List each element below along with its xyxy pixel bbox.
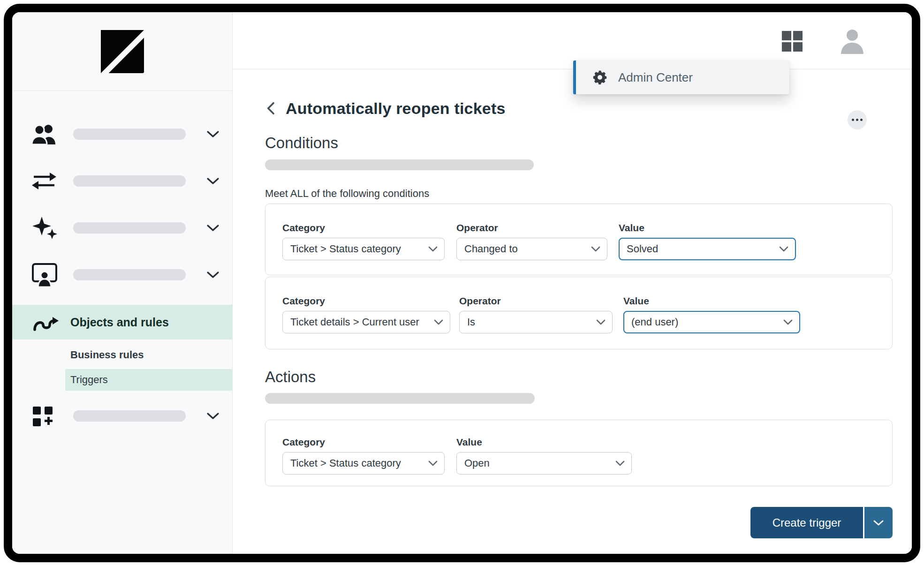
product-tray-grid-icon — [780, 30, 804, 53]
category-label: Category — [282, 222, 445, 234]
select-value: (end user) — [631, 316, 678, 328]
nav-label-placeholder — [73, 175, 186, 187]
chevron-down-icon — [428, 460, 438, 466]
operator-label: Operator — [456, 222, 607, 234]
top-bar — [233, 12, 912, 69]
actions-description-placeholder — [265, 393, 535, 404]
select-value: Ticket > Status category — [290, 243, 401, 255]
action-card: Category Ticket > Status category Value … — [265, 420, 893, 486]
chevron-down-icon — [596, 319, 606, 325]
sparkle-icon — [31, 216, 61, 240]
category-label: Category — [282, 436, 445, 448]
conditions-heading: Conditions — [265, 133, 893, 153]
nav-label-placeholder — [73, 410, 186, 422]
app-window: Objects and rules Business rules Trigger… — [4, 4, 920, 562]
chevron-down-icon — [428, 246, 438, 252]
value-label: Value — [619, 222, 796, 234]
flow-arrow-icon — [31, 309, 61, 335]
select-value: Changed to — [464, 243, 518, 255]
chevron-down-icon — [779, 246, 788, 252]
category-select[interactable]: Ticket > Status category — [282, 238, 445, 260]
operator-label: Operator — [459, 295, 613, 307]
create-trigger-split-button: Create trigger — [750, 507, 893, 538]
admin-center-menu-item[interactable]: Admin Center — [573, 60, 789, 94]
chevron-down-icon — [615, 460, 625, 466]
chevron-down-icon — [206, 271, 220, 279]
monitor-user-icon — [31, 263, 61, 287]
create-trigger-dropdown-button[interactable] — [864, 507, 893, 538]
footer-actions: Create trigger — [265, 507, 893, 538]
chevron-down-icon — [206, 412, 220, 420]
meet-all-label: Meet ALL of the following conditions — [265, 188, 893, 200]
page-title: Automatically reopen tickets — [286, 99, 506, 118]
nav-group-channels[interactable] — [12, 164, 232, 198]
page-content: Automatically reopen tickets Conditions … — [233, 97, 912, 538]
value-label: Value — [623, 295, 800, 307]
category-select[interactable]: Ticket details > Current user — [282, 311, 450, 333]
nav-label-placeholder — [73, 128, 186, 140]
operator-select[interactable]: Is — [459, 311, 613, 333]
select-value: Open — [464, 457, 490, 469]
select-value: Ticket details > Current user — [290, 316, 419, 328]
user-avatar[interactable] — [840, 28, 865, 54]
category-select[interactable]: Ticket > Status category — [282, 452, 445, 475]
apps-add-icon — [31, 404, 61, 428]
sidebar-nav: Objects and rules Business rules Trigger… — [12, 91, 232, 433]
nav-group-ai[interactable] — [12, 211, 232, 245]
value-select[interactable]: (end user) — [623, 311, 800, 333]
chevron-down-icon — [206, 224, 220, 232]
swap-arrows-icon — [31, 171, 61, 191]
sidebar-item-triggers[interactable]: Triggers — [65, 369, 232, 391]
select-value: Ticket > Status category — [290, 457, 401, 469]
sidebar-item-label: Objects and rules — [70, 316, 169, 329]
nav-group-workspaces[interactable] — [12, 258, 232, 292]
chevron-down-icon — [434, 319, 443, 325]
select-value: Solved — [627, 243, 658, 255]
value-select[interactable]: Solved — [619, 238, 796, 260]
admin-center-label: Admin Center — [618, 70, 693, 85]
product-tray-button[interactable] — [780, 30, 804, 53]
nav-label-placeholder — [73, 222, 186, 234]
actions-heading: Actions — [265, 367, 893, 387]
category-label: Category — [282, 295, 450, 307]
page-title-row: Automatically reopen tickets — [265, 97, 893, 120]
people-icon — [31, 123, 61, 145]
back-button[interactable] — [265, 100, 278, 116]
condition-card: Category Ticket > Status category Operat… — [265, 204, 893, 275]
zendesk-logo — [12, 12, 232, 91]
sidebar-item-business-rules[interactable]: Business rules — [12, 344, 232, 366]
chevron-down-icon — [873, 520, 884, 526]
chevron-down-icon — [783, 319, 793, 325]
chevron-down-icon — [206, 177, 220, 185]
operator-select[interactable]: Changed to — [456, 238, 607, 260]
create-trigger-button[interactable]: Create trigger — [750, 507, 863, 538]
nav-group-apps[interactable] — [12, 399, 232, 433]
sidebar: Objects and rules Business rules Trigger… — [12, 12, 233, 554]
nav-label-placeholder — [73, 269, 186, 280]
select-value: Is — [467, 316, 475, 328]
zendesk-logo-icon — [101, 30, 144, 73]
nav-group-people[interactable] — [12, 117, 232, 151]
conditions-description-placeholder — [265, 159, 534, 170]
main-area: Admin Center Automatically reopen ticket… — [233, 12, 912, 554]
sidebar-item-objects-and-rules[interactable]: Objects and rules — [12, 305, 232, 340]
user-avatar-icon — [840, 28, 865, 54]
gear-icon — [592, 69, 608, 85]
value-select[interactable]: Open — [456, 452, 632, 475]
condition-card: Category Ticket details > Current user O… — [265, 277, 893, 349]
chevron-down-icon — [206, 130, 220, 138]
chevron-left-icon — [265, 101, 277, 115]
chevron-down-icon — [591, 246, 600, 252]
value-label: Value — [456, 436, 632, 448]
